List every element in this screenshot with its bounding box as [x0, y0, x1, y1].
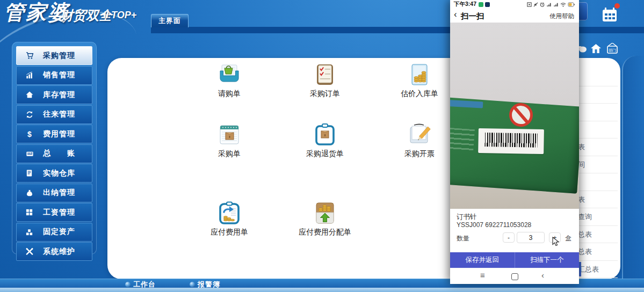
checklist-icon: [313, 62, 337, 87]
mouse-cursor: [552, 237, 561, 249]
save-return-button[interactable]: 保存并返回: [450, 252, 515, 268]
phone-nav-bar: ‹ 扫一扫 使用帮助: [450, 9, 579, 23]
module-label: 应付费用分配单: [285, 228, 365, 237]
box-print: [450, 128, 475, 151]
partial-icon[interactable]: [578, 45, 587, 55]
module-payable-expense[interactable]: 应付费用单: [189, 201, 270, 237]
module-label: 采购开票: [379, 149, 460, 159]
grid-icon: [25, 208, 36, 217]
coins-glass-icon: [407, 62, 432, 87]
back-icon[interactable]: ‹: [541, 271, 544, 280]
sidebar-item-fixed-assets[interactable]: 固定资产: [16, 223, 92, 242]
sidebar-item-label: 系统维护: [43, 247, 75, 257]
wifi-icon: [560, 2, 566, 7]
home-icon[interactable]: [591, 44, 601, 55]
svg-text:部门: 部门: [609, 48, 616, 53]
bottom-strip: [0, 288, 644, 292]
barcode-label: [478, 128, 544, 154]
sidebar-item-general-ledger[interactable]: 总 账: [16, 144, 92, 163]
mute-icon: [533, 2, 538, 7]
svg-text:$: $: [27, 130, 32, 138]
scan-next-button[interactable]: 扫描下一个: [515, 252, 580, 268]
module-label: 请购单: [189, 89, 270, 99]
product-code: YSSJ007 6922711053028: [457, 221, 531, 229]
notepad-box-icon: [217, 122, 242, 147]
invoice-pencil-icon: [407, 122, 432, 147]
sidebar-item-payroll[interactable]: 工资管理: [16, 203, 92, 222]
screenshot-icon: [527, 2, 532, 7]
blocks-icon: [25, 228, 36, 236]
sidebar-item-purchase[interactable]: 采购管理: [16, 46, 92, 65]
prohibition-sign: [509, 103, 534, 128]
unit-label: 盒: [565, 234, 571, 243]
sidebar-item-physical-warehouse[interactable]: 实物仓库: [16, 164, 92, 182]
module-payable-expense-allocation[interactable]: 应付费用分配单: [285, 201, 365, 237]
department-sign-icon[interactable]: 部门: [606, 43, 619, 56]
basket-tray-icon: [217, 62, 242, 87]
sphere-icon: [125, 282, 131, 287]
recents-icon[interactable]: ≡: [480, 271, 485, 280]
camera-viewfinder: [450, 23, 579, 209]
sidebar-item-label: 工资管理: [43, 208, 75, 217]
module-purchase-order[interactable]: 采购订单: [285, 62, 365, 99]
sidebar-item-sales[interactable]: 销售管理: [16, 66, 92, 85]
moneybag-icon: [25, 188, 36, 197]
ledger-icon: [25, 149, 36, 158]
tab-main-view[interactable]: 主界面: [151, 14, 189, 27]
product-name: 订书针: [457, 213, 477, 222]
module-label: 采购订单: [285, 89, 365, 99]
action-buttons: 保存并返回 扫描下一个: [450, 252, 579, 268]
return-box-icon: [313, 122, 337, 147]
right-frame: [622, 56, 644, 281]
allocate-coins-icon: [313, 201, 337, 225]
signal-icon: [546, 2, 552, 7]
product-box: [450, 97, 579, 193]
cart-icon: [25, 52, 36, 60]
sidebar-item-cashier[interactable]: 出纳管理: [16, 184, 92, 202]
dollar-icon: $: [25, 130, 36, 138]
home-icon: [25, 91, 36, 99]
quantity-label: 数量: [457, 234, 469, 243]
module-label: 估价入库单: [379, 89, 460, 99]
barcode-stripes: [484, 133, 537, 148]
sidebar-item-label: 总 账: [43, 149, 75, 158]
module-purchase-return[interactable]: 采购退货单: [285, 122, 365, 159]
home-icon[interactable]: [511, 273, 518, 280]
chat-app-icon: [479, 2, 483, 7]
app-badge-icon: [485, 2, 490, 7]
status-time: 下午3:47: [454, 1, 476, 8]
sync-icon: [25, 110, 36, 119]
box-stripe: [450, 100, 483, 108]
back-arrow-icon[interactable]: ‹: [454, 9, 457, 20]
sidebar-item-label: 固定资产: [43, 227, 75, 237]
scan-title: 扫一扫: [461, 11, 484, 21]
sidebar-item-label: 往来管理: [43, 110, 75, 119]
bar-chart-icon: [25, 71, 36, 79]
sidebar-item-label: 采购管理: [43, 51, 75, 61]
phone-status-bar: 下午3:47: [450, 0, 579, 9]
module-label: 采购单: [189, 149, 270, 159]
sidebar-item-inventory[interactable]: 库存管理: [16, 85, 92, 104]
screen: 管家婆 财贸双全 II TOP+ 主界面 部门: [0, 0, 644, 292]
signal-icon: [553, 2, 559, 7]
sphere-icon: [190, 282, 195, 287]
sidebar-item-label: 库存管理: [43, 90, 75, 100]
battery-icon: [568, 2, 575, 7]
quantity-minus-button[interactable]: -: [503, 232, 515, 243]
module-valuation-inbound[interactable]: 估价入库单: [379, 62, 460, 99]
document-icon: [25, 169, 36, 178]
sidebar-item-label: 销售管理: [43, 70, 75, 80]
calendar-button[interactable]: [600, 5, 621, 27]
module-purchase[interactable]: 采购单: [189, 122, 270, 159]
sidebar-item-label: 费用管理: [43, 129, 75, 139]
module-label: 采购退货单: [285, 149, 365, 159]
payable-note-icon: [217, 201, 242, 225]
sidebar-item-system-maintenance[interactable]: 系统维护: [16, 242, 92, 261]
module-purchase-request[interactable]: 请购单: [189, 62, 270, 99]
sidebar-item-expense[interactable]: $ 费用管理: [16, 125, 92, 143]
module-purchase-invoicing[interactable]: 采购开票: [379, 122, 460, 159]
quantity-input[interactable]: [517, 232, 545, 243]
sidebar-item-contacts[interactable]: 往来管理: [16, 105, 92, 124]
sidebar: 采购管理 销售管理 库存管理 往来管理 $ 费用管理: [16, 46, 92, 262]
help-link[interactable]: 使用帮助: [549, 12, 574, 20]
